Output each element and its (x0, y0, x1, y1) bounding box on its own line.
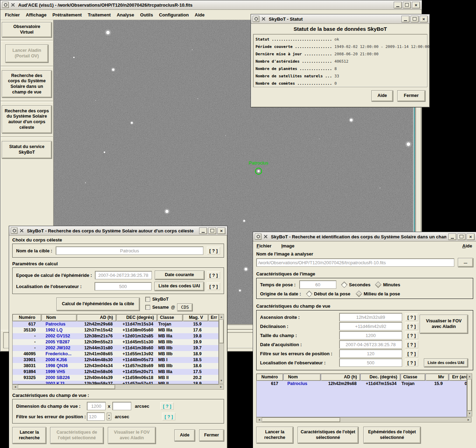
column-header[interactable]: Err (arcs (209, 314, 219, 321)
statut-titlebar[interactable]: SkyBoT - Statut × (251, 14, 429, 24)
sidebar-button-recherche-corps[interactable]: Recherche des corps du Système Solaire a… (2, 105, 52, 133)
menu-outils[interactable]: Outils (140, 12, 153, 18)
minimize-button[interactable] (199, 227, 207, 234)
table-row[interactable]: 617Patroclus12h42m29s68+11d47m15s34Troja… (257, 381, 467, 387)
caracteristiques-objet-button[interactable]: Caractéristiques de l'objet sélectionné (50, 427, 103, 444)
window-menu-button[interactable] (11, 227, 18, 234)
liste-codes-uai-button[interactable]: Liste des codes UAI (424, 358, 468, 367)
fov-table-hscroll-thumb[interactable] (262, 418, 340, 422)
aide-button[interactable]: Aide (174, 429, 195, 441)
fov-table-vscroll-thumb[interactable] (467, 379, 472, 411)
fov-titlebar[interactable]: SkyBoT - Recherche et identification des… (253, 232, 476, 241)
field-input[interactable]: 500 (339, 358, 402, 367)
table-row[interactable]: 46095Fredericko...12h41m08s65+11d55m13s9… (13, 351, 218, 357)
fermer-button[interactable]: Fermer (397, 90, 425, 102)
column-header[interactable]: Nom (284, 374, 321, 381)
scroll-left-icon[interactable]: ◄ (257, 418, 262, 422)
menu-analyse[interactable]: Analyse (117, 12, 134, 18)
lancer-recherche-button[interactable]: Lancer la recherche (256, 427, 293, 443)
close-button[interactable]: × (217, 227, 225, 234)
fov-height-input[interactable] (112, 402, 131, 410)
scroll-up-icon[interactable]: ▲ (219, 314, 224, 320)
table-row[interactable]: 380311998 QN3612h43m04s34+11d57m28s69MB … (13, 363, 218, 369)
fermer-button[interactable]: Fermer (199, 429, 224, 441)
column-header[interactable]: Numéro (257, 374, 283, 381)
column-header[interactable]: Numéro (13, 314, 41, 321)
menu-aide[interactable]: Aide (195, 12, 204, 18)
spinbox-arrows[interactable]: ▲▼ (107, 413, 111, 420)
target-name-input[interactable]: Patroclus (56, 246, 203, 255)
browse-button[interactable]: ... (458, 258, 473, 267)
table-row[interactable]: 339012000 KJ5612h44m48s30+11d40m05s73MB … (13, 357, 218, 363)
cone-table-hscroll-thumb[interactable] (18, 385, 115, 389)
window-pin-icon[interactable] (261, 17, 266, 21)
menu-aide[interactable]: Aide (462, 243, 472, 248)
window-menu-button[interactable] (255, 233, 261, 240)
maximize-button[interactable] (403, 2, 411, 8)
field-help-button[interactable]: [ ? ] (405, 313, 418, 321)
table-row[interactable]: 617Patroclus12h42m29s68+11d47m15s34Troja… (13, 321, 218, 327)
spin-up-icon[interactable]: ▲ (107, 413, 111, 416)
field-help-button[interactable]: [ ? ] (405, 341, 418, 348)
date-courante-button[interactable]: Date courante (155, 271, 204, 280)
field-input[interactable]: +11d46m42s92 (339, 322, 402, 330)
table-row[interactable]: 2002 KJ312h39m58s37+11d57m57s41MB II18.9… (13, 381, 218, 384)
maximize-button[interactable] (457, 233, 465, 240)
menu-affichage[interactable]: Affichage (26, 12, 47, 18)
error-filter-help-button[interactable]: [ ? ] (162, 413, 175, 420)
target-help-button[interactable]: [ ? ] (207, 247, 220, 254)
liste-codes-uai-button[interactable]: Liste des codes UAI (154, 282, 204, 291)
epoch-help-button[interactable]: [ ? ] (207, 271, 220, 279)
column-header[interactable]: Classe (158, 314, 183, 321)
column-header[interactable]: Err (arcse (449, 374, 467, 381)
table-row[interactable]: -2005 YB28712h39m55s23+11d45m51s30MB III… (13, 339, 218, 345)
fov-width-input[interactable]: 1200 (87, 402, 106, 410)
menu-fichier[interactable]: Fichier (257, 243, 272, 248)
menu-fichier[interactable]: Fichier (5, 12, 20, 18)
scroll-down-icon[interactable]: ▼ (219, 378, 224, 383)
window-pin-icon[interactable] (264, 234, 268, 239)
skybot-checkbox[interactable] (145, 297, 150, 302)
field-help-button[interactable]: [ ? ] (405, 322, 418, 330)
main-titlebar[interactable]: Aud'ACE (visu1) - /work/Observations/OHP… (0, 0, 422, 10)
cone-titlebar[interactable]: SkyBoT - Recherche des corps du Système … (9, 226, 227, 236)
sesame-checkbox[interactable] (145, 305, 150, 310)
cone-table-vscroll-thumb[interactable] (219, 320, 224, 343)
column-header[interactable]: Mag. V (183, 314, 208, 321)
scroll-down-icon[interactable]: ▼ (467, 411, 472, 416)
column-header[interactable]: Nom (42, 314, 77, 321)
error-filter-spinbox[interactable]: 120 (87, 412, 105, 421)
minimize-button[interactable] (394, 2, 402, 8)
cds-button[interactable]: CDS (177, 303, 192, 311)
sidebar-button-lancer-aladin[interactable]: Lancer Aladin (Portail OV) (5, 44, 48, 63)
close-button[interactable]: × (467, 233, 475, 240)
visualiser-fov-button[interactable]: Visualiser le FOV avec Aladin (108, 427, 156, 444)
field-input[interactable]: 120 (339, 349, 402, 358)
column-header[interactable]: AD (h) (321, 374, 360, 381)
column-header[interactable]: AD (h) (77, 314, 116, 321)
menu-image[interactable]: Image (281, 243, 295, 248)
close-button[interactable]: × (412, 2, 420, 8)
fov-table-hscrollbar[interactable]: ◄ ► (256, 417, 471, 422)
table-row[interactable]: -2002 GV15212h38m21s76+12d01m32s85MB III… (13, 333, 218, 339)
field-help-button[interactable]: [ ? ] (405, 331, 418, 339)
observer-help-button[interactable]: [ ? ] (207, 282, 220, 290)
field-help-button[interactable]: [ ? ] (405, 359, 418, 366)
column-header[interactable]: Mv (426, 374, 449, 381)
exposure-input[interactable]: 60 (299, 280, 336, 289)
window-menu-button[interactable] (253, 16, 259, 22)
menu-configuration[interactable]: Configuration (159, 12, 189, 18)
table-row[interactable]: 351301992 LQ12h37m15s42+11d38m05s60MB II… (13, 327, 218, 333)
scroll-left-icon[interactable]: ◄ (13, 385, 18, 389)
menu-pretraitement[interactable]: Prétraitement (52, 12, 82, 18)
scroll-right-icon[interactable]: ► (466, 418, 471, 422)
table-row[interactable]: 918941999 VH512h42m58s06+11d35m20s71MB I… (13, 369, 218, 375)
caracteristiques-objet-button[interactable]: Caractéristiques de l'objet sélectionné (298, 427, 358, 443)
spin-down-icon[interactable]: ▼ (107, 416, 111, 420)
sidebar-button-recherche-champ[interactable]: Recherche des corps du Système Solaire d… (2, 70, 52, 98)
window-menu-button[interactable] (2, 2, 9, 8)
observer-input[interactable]: 500 (94, 282, 152, 290)
cone-table-hscrollbar[interactable]: ◄ ► (12, 384, 224, 390)
cone-table-vscrollbar[interactable]: ▲ ▼ (219, 314, 224, 384)
calcul-ephemerides-button[interactable]: Calcul de l'éphémérides de la cible (56, 298, 140, 311)
